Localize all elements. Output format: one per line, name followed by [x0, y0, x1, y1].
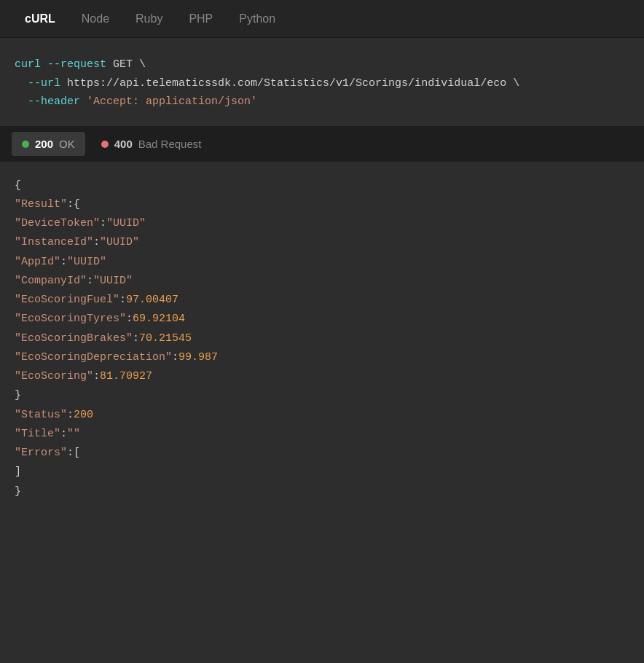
- dot-red-icon: [101, 141, 109, 148]
- curl-line-1: curl --request GET \: [15, 55, 629, 74]
- json-line-close-brace: }: [15, 482, 629, 501]
- tab-python[interactable]: Python: [226, 2, 288, 36]
- curl-line-3: --header 'Accept: application/json': [15, 93, 629, 111]
- json-line-open-brace: {: [15, 176, 629, 195]
- tab-node[interactable]: Node: [68, 2, 122, 36]
- curl-flag-header: --header: [28, 95, 80, 108]
- json-line-appid: "AppId":"UUID": [15, 253, 629, 272]
- json-line-errors: "Errors":[: [15, 444, 629, 463]
- json-line-ecoscoring: "EcoScoring":81.70927: [15, 367, 629, 386]
- tab-bar: cURL Node Ruby PHP Python: [0, 0, 644, 38]
- json-line-ecoscoringtyres: "EcoScoringTyres":69.92104: [15, 310, 629, 329]
- json-line-result-close: }: [15, 386, 629, 405]
- response-tab-400[interactable]: 400 Bad Request: [91, 132, 212, 156]
- tab-curl[interactable]: cURL: [12, 2, 68, 36]
- json-line-errors-close: ]: [15, 463, 629, 482]
- status-code-200: 200: [35, 138, 53, 150]
- status-text-bad-request: Bad Request: [138, 138, 202, 150]
- json-response-block: { "Result":{ "DeviceToken":"UUID" "Insta…: [0, 162, 644, 516]
- json-line-ecoscoringfuel: "EcoScoringFuel":97.00407: [15, 291, 629, 310]
- json-line-devicetoken: "DeviceToken":"UUID": [15, 214, 629, 233]
- json-line-result: "Result":{: [15, 195, 629, 214]
- json-line-title: "Title":"": [15, 425, 629, 444]
- json-line-ecoscoringbrakes: "EcoScoringBrakes":70.21545: [15, 329, 629, 348]
- curl-line-2: --url https://api.telematicssdk.com/Stat…: [15, 74, 629, 93]
- status-code-400: 400: [114, 138, 133, 150]
- curl-flag-url: --url: [28, 77, 60, 90]
- response-tabs: 200 OK 400 Bad Request: [0, 127, 644, 162]
- curl-header-val: 'Accept: application/json': [87, 95, 257, 108]
- curl-keyword: curl: [15, 58, 41, 71]
- curl-method: GET \: [113, 58, 146, 71]
- dot-green-icon: [22, 141, 29, 148]
- tab-ruby[interactable]: Ruby: [122, 2, 176, 36]
- json-line-companyid: "CompanyId":"UUID": [15, 272, 629, 291]
- tab-php[interactable]: PHP: [176, 2, 226, 36]
- curl-flag-request: --request: [47, 58, 106, 71]
- json-line-ecoscoringdepreciation: "EcoScoringDepreciation":99.987: [15, 348, 629, 367]
- status-text-ok: OK: [59, 138, 75, 150]
- json-line-status: "Status":200: [15, 406, 629, 425]
- curl-code-block: curl --request GET \ --url https://api.t…: [0, 38, 644, 127]
- curl-url: https://api.telematicssdk.com/Statistics…: [67, 77, 519, 90]
- json-line-instanceid: "InstanceId":"UUID": [15, 233, 629, 252]
- response-tab-200[interactable]: 200 OK: [12, 132, 85, 156]
